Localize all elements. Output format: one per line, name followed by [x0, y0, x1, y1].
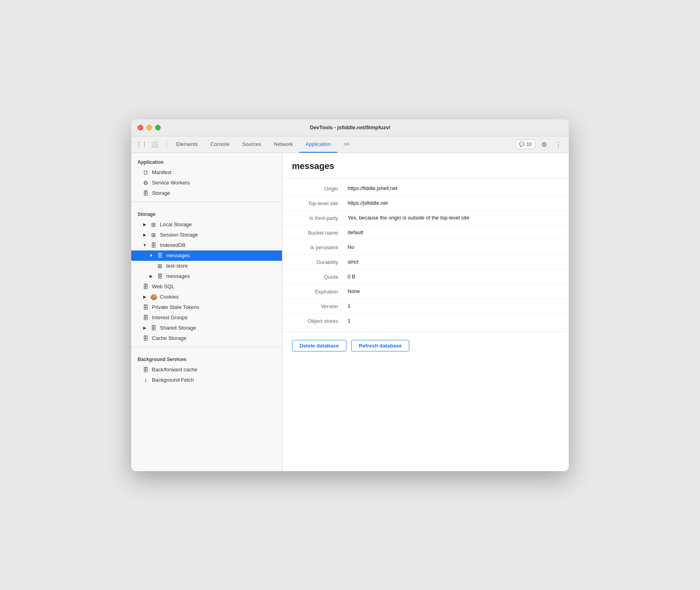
value-bucket-name: default — [348, 229, 559, 235]
sidebar-item-label: Local Storage — [160, 221, 192, 227]
sidebar-item-cookies[interactable]: ▶ 🍪 Cookies — [131, 292, 282, 302]
tab-application[interactable]: Application — [299, 136, 337, 153]
gear-icon: ⚙ — [142, 180, 149, 186]
minimize-button[interactable] — [146, 125, 152, 130]
detail-panel: messages Origin https://fiddle.jshell.ne… — [282, 153, 569, 471]
toolbar: ⋮⋮ ⬜ Elements Console Sources Network Ap… — [131, 136, 569, 153]
device-toggle-icon[interactable]: ⬜ — [149, 139, 160, 150]
chevron-right-icon: ▶ — [142, 233, 147, 237]
detail-row-bucket-name: Bucket name default — [282, 225, 569, 240]
detail-row-durability: Durability strict — [282, 255, 569, 270]
sidebar-item-cache-storage[interactable]: 🗄 Cache Storage — [131, 333, 282, 344]
tab-more[interactable]: >> — [337, 136, 356, 153]
chevron-right-icon: ▶ — [142, 222, 147, 227]
main-content: Application 🗋 Manifest ⚙ Service Workers… — [131, 153, 569, 471]
database-icon: 🗄 — [142, 283, 149, 290]
window-title: DevTools - jsfiddle.net/5tmpfuzv/ — [310, 124, 390, 130]
sidebar-item-label: Background Fetch — [152, 377, 194, 383]
close-button[interactable] — [138, 125, 143, 130]
section-background: Background Services — [131, 350, 282, 365]
sidebar-item-label: Storage — [152, 190, 170, 196]
sidebar-item-messages-db2[interactable]: ▶ 🗄 messages — [131, 271, 282, 281]
maximize-button[interactable] — [155, 125, 161, 130]
label-top-level-site: Top-level site — [292, 200, 348, 206]
divider-1 — [131, 202, 282, 202]
sidebar-item-label: Cache Storage — [152, 335, 187, 341]
document-icon: 🗋 — [142, 169, 149, 176]
detail-row-version: Version 1 — [282, 299, 569, 314]
sidebar-item-label: Manifest — [152, 169, 171, 175]
sidebar-item-messages-db[interactable]: ▼ 🗄 messages — [131, 250, 282, 261]
label-object-stores: Object stores — [292, 318, 348, 324]
sidebar-item-back-forward-cache[interactable]: 🗄 Back/forward cache — [131, 365, 282, 375]
section-application: Application — [131, 153, 282, 167]
more-button[interactable]: ⋮ — [553, 139, 564, 150]
sidebar-item-web-sql[interactable]: 🗄 Web SQL — [131, 281, 282, 292]
fetch-icon: ↕ — [142, 377, 149, 383]
label-persistent: Is persistent — [292, 244, 348, 250]
chevron-down-icon: ▼ — [149, 253, 154, 258]
value-object-stores: 1 — [348, 318, 559, 324]
toolbar-divider — [166, 140, 167, 148]
value-expiration: None — [348, 288, 559, 294]
sidebar-item-label: Shared Storage — [160, 325, 196, 331]
traffic-lights — [138, 125, 161, 130]
table-icon: ⊞ — [157, 263, 163, 269]
database-icon: 🗄 — [142, 335, 149, 342]
sidebar-item-private-state-tokens[interactable]: 🗄 Private State Tokens — [131, 302, 282, 312]
sidebar-item-label: Service Workers — [152, 180, 190, 186]
settings-button[interactable]: ⚙ — [539, 139, 550, 150]
sidebar-item-label: Web SQL — [152, 283, 174, 289]
sidebar-item-local-storage[interactable]: ▶ ⊞ Local Storage — [131, 219, 282, 230]
sidebar-item-label: Private State Tokens — [152, 304, 199, 310]
toolbar-icons: ⋮⋮ ⬜ — [136, 139, 160, 150]
tab-console[interactable]: Console — [204, 136, 236, 153]
sidebar-item-interest-groups[interactable]: 🗄 Interest Groups — [131, 312, 282, 323]
sidebar-item-shared-storage[interactable]: ▶ 🗄 Shared Storage — [131, 323, 282, 333]
sidebar-item-storage-app[interactable]: 🗄 Storage — [131, 188, 282, 198]
database-icon: 🗄 — [150, 242, 157, 248]
detail-row-quota: Quota 0 B — [282, 270, 569, 284]
sidebar-item-label: Interest Groups — [152, 314, 188, 320]
sidebar-item-manifest[interactable]: 🗋 Manifest — [131, 167, 282, 178]
sidebar-item-indexeddb[interactable]: ▼ 🗄 IndexedDB — [131, 240, 282, 250]
value-top-level-site: https://jsfiddle.net — [348, 200, 559, 206]
chevron-right-icon: ▶ — [142, 295, 147, 299]
notification-button[interactable]: 💬 10 — [515, 140, 535, 149]
database-icon: 🗄 — [142, 304, 149, 311]
label-expiration: Expiration — [292, 288, 348, 295]
action-bar: Delete database Refresh database — [282, 332, 569, 359]
value-quota: 0 B — [348, 274, 559, 279]
detail-row-persistent: Is persistent No — [282, 240, 569, 255]
detail-row-origin: Origin https://fiddle.jshell.net — [282, 181, 569, 196]
notification-icon: 💬 — [519, 142, 525, 147]
select-element-icon[interactable]: ⋮⋮ — [136, 139, 147, 150]
value-persistent: No — [348, 244, 559, 250]
table-icon: ⊞ — [150, 221, 157, 228]
tab-network[interactable]: Network — [268, 136, 299, 153]
tab-sources[interactable]: Sources — [236, 136, 268, 153]
label-version: Version — [292, 303, 348, 309]
chevron-right-icon: ▶ — [142, 326, 147, 330]
label-bucket-name: Bucket name — [292, 229, 348, 236]
sidebar-item-label: Cookies — [160, 294, 179, 300]
value-durability: strict — [348, 259, 559, 265]
sidebar-item-service-workers[interactable]: ⚙ Service Workers — [131, 178, 282, 188]
sidebar-item-session-storage[interactable]: ▶ ⊞ Session Storage — [131, 230, 282, 240]
tab-elements[interactable]: Elements — [170, 136, 204, 153]
value-origin: https://fiddle.jshell.net — [348, 185, 559, 191]
delete-database-button[interactable]: Delete database — [292, 340, 346, 351]
value-third-party: Yes, because the origin is outside of th… — [348, 215, 559, 221]
database-icon: 🗄 — [157, 273, 163, 279]
cache-icon: 🗄 — [142, 367, 149, 373]
refresh-database-button[interactable]: Refresh database — [351, 340, 409, 351]
label-durability: Durability — [292, 259, 348, 265]
section-storage: Storage — [131, 205, 282, 219]
label-third-party: Is third-party — [292, 215, 348, 221]
chevron-right-icon: ▶ — [149, 274, 154, 278]
value-version: 1 — [348, 303, 559, 309]
sidebar-item-background-fetch[interactable]: ↕ Background Fetch — [131, 375, 282, 385]
toolbar-right: 💬 10 ⚙ ⋮ — [515, 139, 564, 150]
detail-row-object-stores: Object stores 1 — [282, 314, 569, 328]
sidebar-item-test-store[interactable]: ⊞ test-store — [131, 261, 282, 271]
